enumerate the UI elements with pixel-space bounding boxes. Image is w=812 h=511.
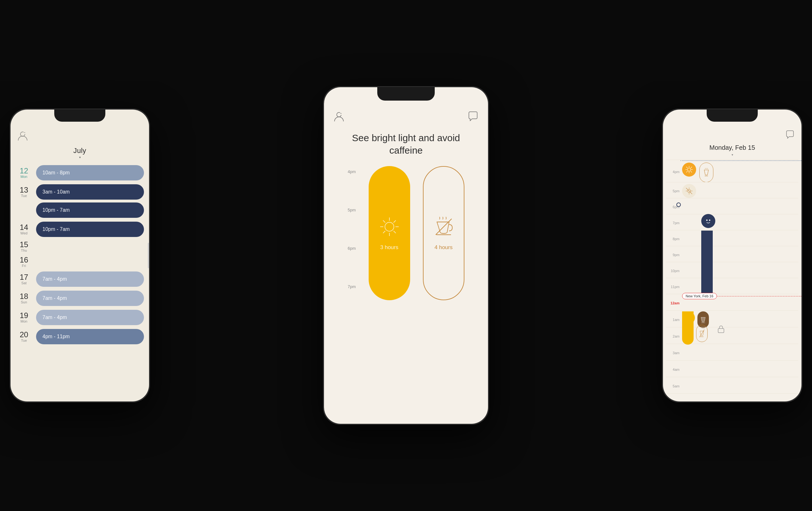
svg-line-22	[686, 171, 687, 172]
rt-row-8pm: 8pm	[666, 230, 798, 246]
cal-row-16: 16 Fri	[10, 254, 149, 270]
cal-date-19: 19 Mon	[16, 312, 32, 323]
cal-time-13b: 10pm - 7am	[42, 207, 69, 213]
cal-time-17: 7am - 4pm	[42, 276, 67, 282]
sun-pill-label: 3 hours	[380, 244, 398, 251]
lock-icon	[717, 325, 725, 335]
cal-day-label-13: Tue	[16, 194, 32, 198]
sun-icon-circle	[682, 163, 696, 177]
profile-icon[interactable]	[333, 110, 345, 123]
cal-time-12: 10am - 8pm	[42, 170, 69, 176]
rt-row-4am: 4am	[666, 360, 798, 377]
svg-line-9	[383, 220, 385, 223]
rt-row-10pm: 10pm	[666, 262, 798, 278]
rt-time-8pm: 8pm	[666, 236, 682, 241]
cal-date-17: 17 Sat	[16, 273, 32, 285]
cal-bar-19[interactable]: 7am - 4pm	[36, 310, 144, 325]
cal-row-19[interactable]: 19 Mon 7am - 4pm	[10, 308, 149, 327]
svg-line-13	[436, 219, 452, 235]
cal-day-label-17: Sat	[16, 281, 32, 285]
month-title: July	[10, 146, 149, 155]
chat-icon-right[interactable]	[785, 130, 795, 140]
cal-date-13: 13 Tue	[16, 186, 32, 198]
rt-time-5am: 5am	[666, 383, 682, 388]
cal-row-13b[interactable]: 10pm - 7am	[10, 201, 149, 220]
svg-point-1	[23, 132, 26, 134]
cal-bar-20[interactable]: 4pm - 11pm	[36, 329, 144, 344]
sleep-bar-segment-4	[701, 278, 713, 294]
svg-point-4	[385, 222, 394, 231]
notch-right	[707, 110, 758, 122]
cal-time-13a: 3am - 10am	[42, 189, 69, 195]
rt-time-1am: 1am	[666, 317, 682, 322]
right-date-title: Monday, Feb 15	[663, 144, 802, 152]
chat-icon[interactable]	[467, 110, 479, 123]
month-chevron[interactable]: ▾	[10, 156, 149, 159]
sleep-dot	[676, 203, 681, 207]
time-labels: 4pm 5pm 6pm 7pm	[348, 166, 355, 323]
svg-point-30	[709, 219, 710, 221]
cal-day-num: 12	[16, 167, 32, 175]
cal-bar-14[interactable]: 10pm - 7am	[36, 222, 144, 237]
cal-day-num-17: 17	[16, 273, 32, 281]
cal-bar-17[interactable]: 7am - 4pm	[36, 271, 144, 287]
cal-bar-13a[interactable]: 3am - 10am	[36, 184, 144, 199]
cal-row-12[interactable]: 12 Mon 10am - 8pm	[10, 163, 149, 182]
svg-rect-37	[718, 328, 724, 332]
rt-row-6pm: 6pm	[666, 198, 798, 214]
month-header: July ▾	[10, 143, 149, 161]
left-content: July ▾ 12 Mon 10am - 8pm	[10, 110, 149, 401]
cal-time-14: 10pm - 7am	[42, 226, 69, 232]
phone-center: See bright light and avoid caffeine 4pm …	[323, 86, 489, 425]
cal-day-label-20: Tue	[16, 339, 32, 342]
cal-bar-13b[interactable]: 10pm - 7am	[36, 203, 144, 218]
cal-date-14: 14 Wed	[16, 223, 32, 235]
cal-bar-12[interactable]: 10am - 8pm	[36, 165, 144, 181]
rt-time-4pm: 4pm	[666, 169, 682, 174]
rt-row-5pm: 5pm	[666, 182, 798, 198]
rt-time-12am: 12am	[666, 300, 682, 305]
time-7pm: 7pm	[348, 284, 355, 323]
cal-day-num-14: 14	[16, 223, 32, 231]
rt-row-3am: 3am	[666, 344, 798, 360]
cal-row-17[interactable]: 17 Sat 7am - 4pm	[10, 270, 149, 289]
sleep-face	[701, 214, 715, 228]
right-date-chevron[interactable]: ▾	[731, 153, 733, 157]
cal-row-13a[interactable]: 13 Tue 3am - 10am	[10, 182, 149, 201]
sun-pill: 3 hours	[369, 166, 410, 300]
rt-row-4pm: 4pm	[666, 160, 798, 182]
time-6pm: 6pm	[348, 246, 355, 284]
cal-date-18: 18 Sun	[16, 293, 32, 304]
coffee-rect-icon	[699, 163, 714, 182]
right-timeline: 4pm	[663, 160, 802, 401]
coffee-icon	[433, 216, 455, 238]
cal-row-18[interactable]: 18 Sun 7am - 4pm	[10, 289, 149, 308]
cal-day-num-18: 18	[16, 293, 32, 300]
right-content: Monday, Feb 15 ▾ 4pm	[663, 110, 802, 401]
time-5pm: 5pm	[348, 208, 355, 246]
rt-time-9pm: 9pm	[666, 252, 682, 257]
yellow-bar	[682, 312, 694, 345]
cal-day-label-14: Wed	[16, 231, 32, 235]
cal-date-15: 15 Thu	[16, 241, 32, 252]
cal-day-num-13: 13	[16, 186, 32, 194]
rt-row-6am: 6am	[666, 394, 798, 401]
right-header-top	[663, 127, 802, 142]
sleep-bar-segment-2	[701, 247, 713, 263]
svg-line-36	[700, 330, 704, 337]
rt-time-4am: 4am	[666, 366, 682, 371]
sleep-bar-segment	[701, 231, 713, 247]
rt-track-4pm	[682, 160, 798, 182]
chart-area: 4pm 5pm 6pm 7pm	[324, 166, 488, 323]
cal-day-label-16: Fri	[16, 264, 32, 268]
svg-line-11	[394, 220, 396, 223]
svg-line-10	[394, 231, 396, 233]
cal-row-14[interactable]: 14 Wed 10pm - 7am	[10, 220, 149, 239]
cal-bar-18[interactable]: 7am - 4pm	[36, 291, 144, 306]
time-4pm: 4pm	[348, 169, 355, 208]
cal-row-20[interactable]: 20 Tue 4pm - 11pm	[10, 327, 149, 346]
avatar-icon	[17, 130, 28, 142]
notch-left	[54, 110, 105, 122]
left-header	[10, 127, 149, 143]
rt-time-5pm: 5pm	[666, 188, 682, 193]
